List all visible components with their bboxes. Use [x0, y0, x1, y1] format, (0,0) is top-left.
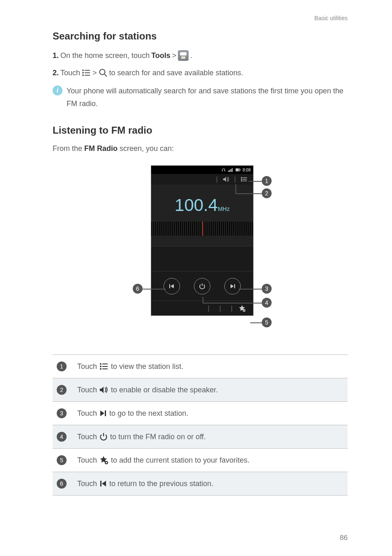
- svg-rect-10: [228, 171, 229, 172]
- fm-radio-app-icon: [178, 50, 189, 61]
- callout-1: 1: [262, 176, 272, 186]
- phone-frame: 8:08 | | 100.4MHz: [151, 165, 254, 316]
- svg-point-17: [241, 177, 242, 178]
- step-2: 2. Touch > to search for and save availa…: [53, 68, 348, 77]
- info-note: i Your phone will automatically search f…: [53, 85, 348, 110]
- legend-num-4: 4: [57, 432, 67, 442]
- legend-5-post: to add the current station to your favor…: [111, 456, 249, 465]
- svg-point-28: [100, 364, 101, 364]
- svg-rect-9: [224, 170, 225, 171]
- list-icon: [82, 69, 91, 76]
- svg-rect-34: [105, 410, 106, 416]
- step1-number: 1.: [53, 51, 59, 60]
- legend-4-post: to turn the FM radio on or off.: [110, 433, 206, 441]
- next-icon: [99, 410, 107, 417]
- svg-point-21: [241, 181, 242, 181]
- step2-text-b: >: [92, 69, 97, 77]
- phone-diagram: 8:08 | | 100.4MHz: [53, 165, 348, 338]
- svg-rect-15: [236, 169, 239, 171]
- legend-6-post: to return to the previous station.: [109, 480, 213, 488]
- lead-2a: [235, 184, 236, 193]
- page-number: 86: [340, 534, 348, 542]
- heading-searching: Searching for stations: [53, 30, 348, 42]
- step1-text-b: >: [172, 51, 177, 60]
- legend-5-pre: Touch: [77, 456, 97, 465]
- list-icon: [99, 363, 108, 370]
- legend-num-6: 6: [57, 479, 67, 489]
- svg-point-19: [241, 179, 242, 180]
- legend-num-5: 5: [57, 455, 67, 465]
- next-station-button: [224, 278, 241, 294]
- phone-topbar: | |: [151, 174, 253, 185]
- svg-point-4: [83, 75, 83, 76]
- legend-row-4: 4 Touch to turn the FM radio on or off.: [53, 425, 348, 449]
- heading-listening: Listening to FM radio: [53, 125, 348, 136]
- step1-text-a: On the home screen, touch: [60, 51, 150, 60]
- callout-3: 3: [262, 284, 272, 294]
- svg-rect-12: [231, 169, 231, 172]
- svg-rect-16: [240, 169, 240, 171]
- svg-line-7: [104, 74, 107, 76]
- legend-6-pre: Touch: [77, 480, 97, 488]
- intro-c: screen, you can:: [118, 144, 174, 153]
- step2-text-a: Touch: [60, 69, 80, 77]
- legend-num-2: 2: [57, 385, 67, 395]
- svg-point-30: [100, 366, 101, 367]
- legend-row-5: 5 Touch to add the current station to yo…: [53, 449, 348, 472]
- step2-number: 2.: [53, 69, 59, 77]
- legend-row-3: 3 Touch to go to the next station.: [53, 402, 348, 425]
- callout-2: 2: [262, 188, 272, 198]
- search-icon: [99, 68, 108, 77]
- star-add-icon: [99, 456, 108, 465]
- legend-2-pre: Touch: [77, 386, 97, 394]
- step2-text-c: to search for and save available station…: [109, 69, 243, 77]
- step-1: 1. On the home screen, touch Tools > .: [53, 50, 348, 61]
- intro-b: FM Radio: [84, 144, 118, 153]
- legend-3-post: to go to the next station.: [109, 409, 188, 418]
- info-text: Your phone will automatically search for…: [67, 85, 348, 110]
- controls-row: [151, 271, 253, 301]
- legend-row-6: 6 Touch to return to the previous statio…: [53, 472, 348, 496]
- battery-icon: [235, 168, 240, 171]
- svg-rect-24: [234, 284, 235, 288]
- step1-tools-label: Tools: [151, 51, 171, 60]
- callout-4: 4: [262, 298, 272, 308]
- lead-1: [249, 181, 262, 182]
- legend-row-1: 1 Touch to view the station list.: [53, 355, 348, 378]
- legend-1-pre: Touch: [77, 362, 97, 371]
- legend-3-pre: Touch: [77, 409, 97, 418]
- phone-gap: [151, 246, 253, 271]
- power-icon: [99, 433, 108, 441]
- legend-2-post: to enable or disable the speaker.: [111, 386, 218, 394]
- callout-5: 5: [262, 317, 272, 327]
- tuning-dial: [151, 222, 253, 236]
- legend-4-pre: Touch: [77, 433, 97, 441]
- headphone-icon: [221, 168, 226, 172]
- prev-station-button: [164, 278, 180, 294]
- svg-rect-38: [100, 481, 101, 486]
- svg-rect-8: [222, 170, 223, 171]
- lead-2b: [235, 193, 262, 194]
- svg-point-6: [99, 70, 105, 75]
- frequency-value: 100.4: [175, 195, 218, 215]
- svg-rect-23: [169, 284, 170, 288]
- speaker-toggle-icon: [223, 176, 229, 182]
- page-header-section: Basic utilities: [314, 15, 348, 21]
- lead-4b: [203, 303, 262, 303]
- lead-6: [143, 289, 166, 290]
- legend-num-3: 3: [57, 408, 67, 418]
- intro-line: From the FM Radio screen, you can:: [53, 144, 348, 153]
- info-icon: i: [53, 86, 62, 95]
- svg-point-2: [83, 72, 83, 73]
- legend-table: 1 Touch to view the station list. 2 Touc…: [53, 354, 348, 496]
- status-bar: 8:08: [151, 166, 253, 174]
- station-list-icon: [241, 177, 247, 182]
- lead-5: [250, 322, 262, 323]
- legend-row-2: 2 Touch to enable or disable the speaker…: [53, 378, 348, 402]
- power-button: [194, 278, 210, 294]
- svg-point-0: [83, 70, 83, 71]
- callout-6: 6: [133, 284, 143, 294]
- prev-icon: [99, 480, 107, 487]
- speaker-icon: [99, 386, 108, 394]
- status-time: 8:08: [243, 168, 251, 172]
